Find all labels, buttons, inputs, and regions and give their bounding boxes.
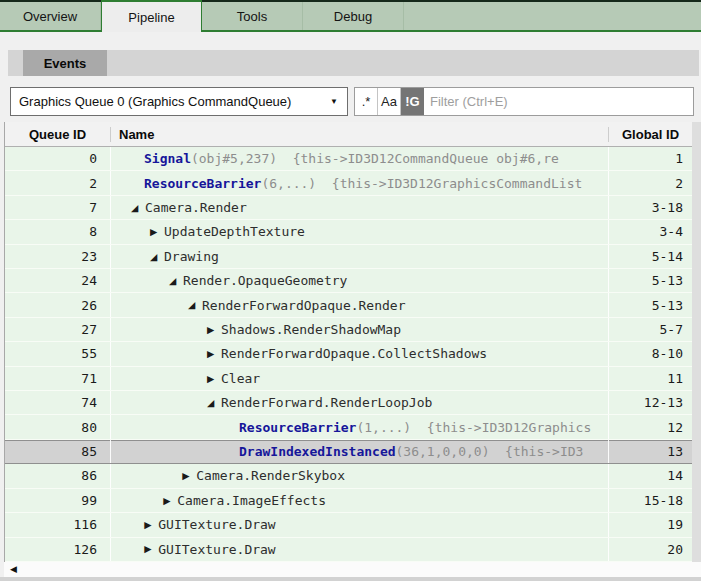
table-row[interactable]: 26◢RenderForwardOpaque.Render5-13 (5, 293, 692, 317)
filter-input[interactable] (424, 88, 693, 115)
marker-name: RenderForwardOpaque.Render (202, 298, 406, 313)
table-row[interactable]: 126▶GUITexture.Draw20 (5, 538, 692, 562)
table-body: 0Signal(obj#5,237) {this->ID3D12CommandQ… (5, 147, 692, 562)
marker-name: Clear (221, 371, 260, 386)
table-row[interactable]: 0Signal(obj#5,237) {this->ID3D12CommandQ… (5, 147, 692, 171)
table-row[interactable]: 99▶Camera.ImageEffects15-18 (5, 489, 692, 513)
global-id-cell: 3-4 (608, 220, 692, 243)
queue-select-value: Graphics Queue 0 (Graphics CommandQueue) (19, 94, 324, 109)
table-row[interactable]: 27▶Shadows.RenderShadowMap5-7 (5, 318, 692, 342)
queue-id-cell: 24 (5, 269, 111, 292)
column-header-name[interactable]: Name (111, 127, 608, 142)
tree-collapsed-icon[interactable]: ▶ (144, 520, 158, 530)
table-row[interactable]: 80ResourceBarrier(1,...) {this->ID3D12Gr… (5, 415, 692, 439)
name-cell: ◢Camera.Render (111, 196, 608, 219)
name-cell: ResourceBarrier(6,...) {this->ID3D12Grap… (111, 171, 608, 194)
tree-collapsed-icon[interactable]: ▶ (207, 325, 221, 335)
marker-name: GUITexture.Draw (158, 517, 275, 532)
table-row[interactable]: 86▶Camera.RenderSkybox14 (5, 464, 692, 488)
queue-id-cell: 7 (5, 196, 111, 219)
tree-collapsed-icon[interactable]: ▶ (182, 471, 196, 481)
queue-id-cell: 26 (5, 293, 111, 316)
name-cell: ◢Drawing (111, 245, 608, 268)
global-id-cell: 8-10 (608, 342, 692, 365)
bottom-strip (0, 577, 701, 581)
name-cell: ▶Clear (111, 367, 608, 390)
name-cell: ▶GUITexture.Draw (111, 538, 608, 561)
tab-tools[interactable]: Tools (202, 2, 303, 30)
name-cell: ◢Render.OpaqueGeometry (111, 269, 608, 292)
name-cell: ResourceBarrier(1,...) {this->ID3D12Grap… (111, 415, 608, 438)
tab-events[interactable]: Events (23, 50, 107, 76)
queue-select[interactable]: Graphics Queue 0 (Graphics CommandQueue)… (10, 87, 348, 116)
global-id-cell: 12 (608, 415, 692, 438)
queue-id-cell: 85 (5, 440, 111, 463)
tree-expanded-icon[interactable]: ◢ (169, 276, 183, 286)
global-id-cell: 15-18 (608, 489, 692, 512)
tree-collapsed-icon[interactable]: ▶ (163, 496, 177, 506)
table-row[interactable]: 85DrawIndexedInstanced(36,1,0,0,0) {this… (5, 440, 692, 464)
global-id-cell: 11 (608, 367, 692, 390)
tree-collapsed-icon[interactable]: ▶ (207, 349, 221, 359)
marker-name: Shadows.RenderShadowMap (221, 322, 401, 337)
tab-overview[interactable]: Overview (0, 2, 101, 30)
name-cell: ◢RenderForwardOpaque.Render (111, 293, 608, 316)
table-row[interactable]: 24◢Render.OpaqueGeometry5-13 (5, 269, 692, 293)
tree-collapsed-icon[interactable]: ▶ (150, 227, 164, 237)
name-cell: ◢RenderForward.RenderLoopJob (111, 391, 608, 414)
column-header-global-id[interactable]: Global ID (608, 127, 692, 142)
api-call-params: (1,...) {this->ID3D12Graphics (356, 420, 591, 435)
global-id-cell: 19 (608, 513, 692, 536)
queue-id-cell: 23 (5, 245, 111, 268)
horizontal-scrollbar[interactable]: ◀ (4, 562, 701, 577)
table-row[interactable]: 55▶RenderForwardOpaque.CollectShadows8-1… (5, 342, 692, 366)
tree-expanded-icon[interactable]: ◢ (207, 398, 221, 408)
api-call-params: (6,...) {this->ID3D12GraphicsCommandList (261, 176, 582, 191)
queue-id-cell: 86 (5, 464, 111, 487)
table-row[interactable]: 23◢Drawing5-14 (5, 245, 692, 269)
tab-debug[interactable]: Debug (303, 2, 404, 30)
table-row[interactable]: 116▶GUITexture.Draw19 (5, 513, 692, 537)
tree-expanded-icon[interactable]: ◢ (188, 300, 202, 310)
marker-name: UpdateDepthTexture (164, 224, 305, 239)
name-cell: DrawIndexedInstanced(36,1,0,0,0) {this->… (111, 440, 608, 463)
column-header-queue-id[interactable]: Queue ID (5, 127, 111, 142)
exclude-filter-toggle-button[interactable]: !G (401, 88, 424, 115)
global-id-cell: 14 (608, 464, 692, 487)
name-cell: ▶Camera.ImageEffects (111, 489, 608, 512)
marker-name: RenderForwardOpaque.CollectShadows (221, 346, 487, 361)
global-id-cell: 5-14 (608, 245, 692, 268)
events-toolbar: Graphics Queue 0 (Graphics CommandQueue)… (10, 87, 694, 116)
events-dock-strip: Events (8, 50, 699, 76)
marker-name: Camera.Render (145, 200, 247, 215)
tab-bar: OverviewPipelineToolsDebug (0, 0, 701, 32)
queue-id-cell: 55 (5, 342, 111, 365)
tree-collapsed-icon[interactable]: ▶ (207, 374, 221, 384)
table-row[interactable]: 7◢Camera.Render3-18 (5, 196, 692, 220)
table-row[interactable]: 2ResourceBarrier(6,...) {this->ID3D12Gra… (5, 171, 692, 195)
table-row[interactable]: 74◢RenderForward.RenderLoopJob12-13 (5, 391, 692, 415)
regex-toggle-button[interactable]: .* (355, 88, 378, 115)
global-id-cell: 3-18 (608, 196, 692, 219)
queue-id-cell: 99 (5, 489, 111, 512)
tree-collapsed-icon[interactable]: ▶ (144, 544, 158, 554)
table-row[interactable]: 8▶UpdateDepthTexture3-4 (5, 220, 692, 244)
marker-name: Render.OpaqueGeometry (183, 273, 347, 288)
tree-expanded-icon[interactable]: ◢ (150, 252, 164, 262)
name-cell: ▶UpdateDepthTexture (111, 220, 608, 243)
marker-name: Camera.RenderSkybox (196, 468, 345, 483)
api-call-name: ResourceBarrier (144, 176, 261, 191)
table-row[interactable]: 71▶Clear11 (5, 367, 692, 391)
queue-id-cell: 74 (5, 391, 111, 414)
api-call-name: DrawIndexedInstanced (239, 444, 396, 459)
scroll-left-icon[interactable]: ◀ (10, 565, 17, 574)
match-case-toggle-button[interactable]: Aa (378, 88, 401, 115)
api-call-params: (36,1,0,0,0) {this->ID3 (396, 444, 584, 459)
global-id-cell: 13 (608, 440, 692, 463)
tab-pipeline[interactable]: Pipeline (101, 0, 202, 32)
tree-expanded-icon[interactable]: ◢ (131, 203, 145, 213)
name-cell: Signal(obj#5,237) {this->ID3D12CommandQu… (111, 147, 608, 170)
global-id-cell: 5-13 (608, 269, 692, 292)
queue-id-cell: 0 (5, 147, 111, 170)
vertical-scrollbar[interactable] (692, 122, 701, 562)
